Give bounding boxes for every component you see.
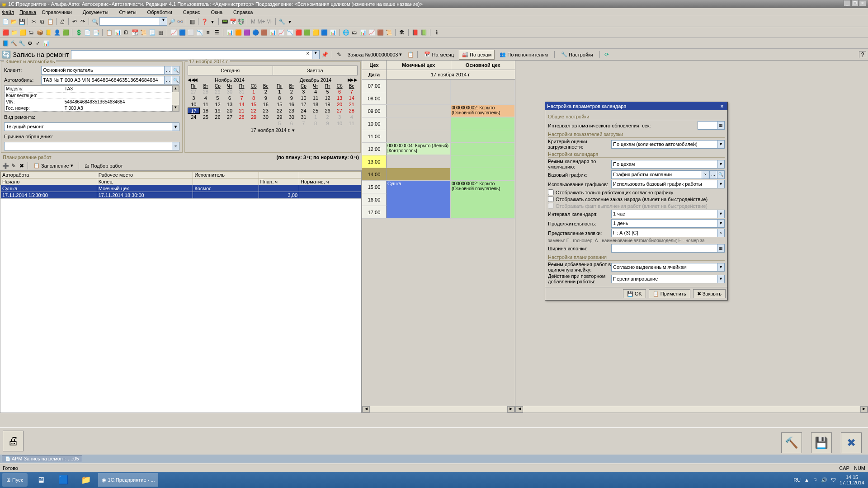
schedule-event[interactable]: 0000000002: Корыто (Основной покупатель): [451, 105, 514, 117]
tb2-icon[interactable]: 📑: [92, 29, 99, 36]
taskbar-app[interactable]: ◉ 1С:Предприятие - ...: [98, 473, 159, 487]
calendar-day[interactable]: 12: [321, 95, 334, 101]
schedule-cell[interactable]: [387, 206, 451, 218]
print-big-button[interactable]: 🖨: [3, 431, 24, 451]
open-icon[interactable]: 📂: [10, 18, 17, 25]
calendar-day[interactable]: 2: [286, 89, 298, 95]
tb2-icon[interactable]: 🗂: [28, 29, 35, 36]
dur-select[interactable]: 1 день▼: [611, 219, 725, 228]
calendar-day[interactable]: 26: [321, 108, 334, 114]
schedule-cell[interactable]: [451, 80, 515, 92]
tb3-icon[interactable]: 🔧: [18, 40, 25, 47]
window-icon[interactable]: ▥: [189, 18, 196, 25]
find-icon[interactable]: 🔍: [91, 18, 99, 25]
tb2-icon[interactable]: 🟨: [19, 29, 26, 36]
calendar-day[interactable]: 7: [236, 95, 248, 101]
sched-col-workshop2[interactable]: Основной цех: [451, 61, 515, 70]
calendar-day[interactable]: 4: [345, 114, 358, 120]
help-icon[interactable]: ❓: [201, 18, 208, 25]
copy-icon[interactable]: ⧉: [38, 18, 46, 25]
schedule-event[interactable]: 0000000004: Корыто (Левый) [Контрооооль]: [387, 143, 450, 155]
calendar-day[interactable]: 5: [321, 89, 334, 95]
calendar-day[interactable]: 17: [188, 108, 200, 114]
tb2-icon[interactable]: 📊: [226, 29, 233, 36]
tb2-icon[interactable]: 🔵: [252, 29, 259, 36]
tb2-icon[interactable]: 📁: [10, 29, 18, 36]
tb3-icon[interactable]: 📘: [2, 40, 9, 47]
cut-icon[interactable]: ✂: [30, 18, 38, 25]
calendar-day[interactable]: 25: [310, 108, 322, 114]
mode-performers[interactable]: 👥 По исполнителям: [496, 50, 551, 60]
close-button[interactable]: ✕: [859, 0, 866, 6]
undo-icon[interactable]: ↶: [71, 18, 78, 25]
calendar-day[interactable]: 11: [345, 120, 358, 127]
calendar-day[interactable]: 4: [200, 95, 212, 101]
menu-docs[interactable]: Документы: [83, 9, 114, 15]
calendar-day[interactable]: 22: [248, 108, 260, 114]
chk-only-working[interactable]: Отображать только работающих согласно гр…: [548, 189, 725, 195]
tb2-icon[interactable]: 🌐: [342, 29, 349, 36]
tb2-icon[interactable]: ≡: [204, 29, 212, 36]
taskbar-icon[interactable]: 📁: [75, 473, 96, 487]
tb2-icon[interactable]: 📜: [385, 29, 392, 36]
schedule-grid[interactable]: 07:0008:0009:000000000002: Корыто (Основ…: [362, 80, 515, 406]
tb2-icon[interactable]: 👤: [53, 29, 61, 36]
addmode-select[interactable]: Согласно выделенным ячейкам▼: [611, 263, 725, 272]
m-icon[interactable]: M: [250, 18, 257, 25]
scroll-up-icon[interactable]: ▲: [172, 86, 179, 92]
tb2-icon[interactable]: 🟩: [62, 29, 69, 36]
calendar-day[interactable]: 11: [200, 101, 212, 108]
calendar-day[interactable]: 21: [345, 101, 358, 108]
int-select[interactable]: 1 час▼: [611, 210, 725, 218]
tb2-icon[interactable]: 🟪: [243, 29, 250, 36]
tray-icon[interactable]: 🛡: [831, 477, 836, 483]
menu-windows[interactable]: Окна: [211, 9, 228, 15]
menu-file[interactable]: Файл: [2, 9, 14, 15]
calendar-day[interactable]: 30: [286, 114, 298, 120]
dropdown-icon[interactable]: ▼: [717, 263, 724, 271]
refresh-icon[interactable]: ⟳: [603, 51, 610, 58]
right-hscroll[interactable]: ◀▶: [515, 406, 868, 413]
tb2-icon[interactable]: 🟨: [312, 29, 319, 36]
repair-type-input[interactable]: Текущий ремонт▼: [4, 122, 179, 131]
schedule-cell[interactable]: 0000000002: Корыто (Основной покупатель): [451, 181, 515, 193]
tools-big-button[interactable]: 🔨: [781, 432, 802, 453]
calendar-day[interactable]: 25: [200, 114, 212, 120]
schedule-cell[interactable]: [387, 168, 451, 180]
calendar-day[interactable]: 20: [224, 108, 236, 114]
new-icon[interactable]: 📄: [2, 18, 9, 25]
tb2-icon[interactable]: 📈: [170, 29, 177, 36]
calendar-day[interactable]: 5: [274, 120, 286, 127]
schedule-cell[interactable]: [451, 92, 515, 104]
redo-icon[interactable]: ↷: [79, 18, 86, 25]
ellipsis-icon[interactable]: …: [164, 76, 171, 84]
refresh-doc-icon[interactable]: 🔄: [2, 50, 11, 59]
tb2-icon[interactable]: 🛠: [398, 29, 406, 36]
schedule-cell[interactable]: [387, 80, 451, 92]
tb2-icon[interactable]: 📋: [105, 29, 113, 36]
calendar-day[interactable]: 2: [259, 89, 272, 95]
tb2-icon[interactable]: 📊: [359, 29, 367, 36]
calendar-day[interactable]: 8: [248, 95, 260, 101]
calendar-day[interactable]: 6: [334, 89, 346, 95]
lookup-icon[interactable]: 🔍: [172, 76, 179, 84]
next-year-icon[interactable]: ▶▶: [350, 77, 358, 82]
list-icon[interactable]: 📋: [407, 51, 414, 58]
calendar-day[interactable]: 6: [286, 120, 298, 127]
schedule-cell[interactable]: [387, 193, 451, 206]
reject-big-button[interactable]: ✖: [841, 432, 862, 453]
dropdown-icon[interactable]: ▼: [717, 180, 724, 188]
calendar-day[interactable]: 1: [310, 114, 322, 120]
calendar-day[interactable]: 24: [297, 108, 310, 114]
calendar-day[interactable]: 16: [259, 101, 272, 108]
tb2-icon[interactable]: 🗓: [123, 29, 130, 36]
graph-input[interactable]: График работы компании…×🔍: [611, 170, 725, 179]
auto-input[interactable]: ТАЗ № Т 000 АЗ VIN 546486468463513654684…: [41, 76, 179, 84]
tb3-icon[interactable]: ⚙: [26, 40, 33, 47]
delete-icon[interactable]: ✖: [18, 162, 25, 169]
tb2-icon[interactable]: 📈: [368, 29, 375, 36]
scroll-down-icon[interactable]: ▼: [172, 105, 179, 111]
mode-select[interactable]: По цехам▼: [611, 160, 725, 169]
calendar-day[interactable]: 29: [248, 114, 260, 120]
tb3-icon[interactable]: 🔨: [10, 40, 17, 47]
